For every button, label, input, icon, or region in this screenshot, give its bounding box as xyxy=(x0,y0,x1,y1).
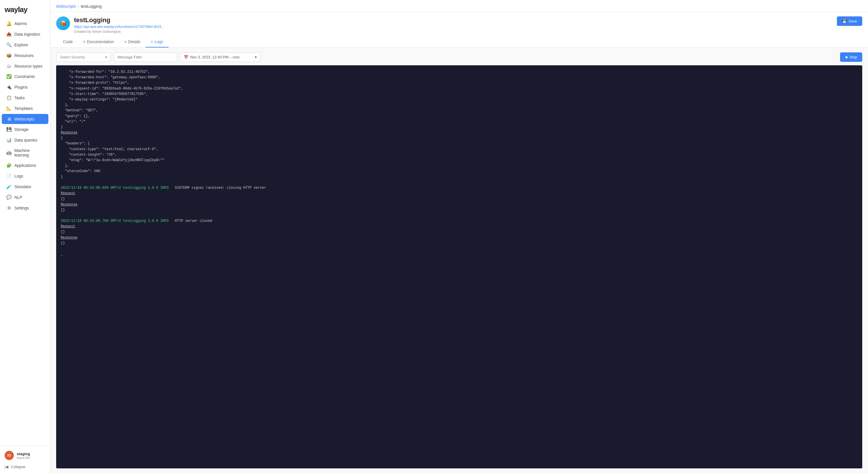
severity-select[interactable]: Select Severity ▾ xyxy=(56,53,111,62)
tab-label-documentation: Documentation xyxy=(87,39,114,44)
tab-logs[interactable]: ≡ Logs xyxy=(146,37,168,47)
log-line: "content-type": "text/html; charset=utf-… xyxy=(61,147,858,152)
sidebar-item-nlp[interactable]: 💬 NLP xyxy=(2,192,49,203)
webscript-icon: 📦 xyxy=(56,16,70,30)
sidebar-item-explore[interactable]: 🔍 Explore xyxy=(2,40,49,50)
log-line: "statusCode": 200 xyxy=(61,169,858,174)
page-header: 📦 testLogging https://api-aws-dev.waylay… xyxy=(51,12,868,48)
sidebar-item-logs[interactable]: 📄 Logs xyxy=(2,171,49,181)
date-dropdown-icon: ▾ xyxy=(255,55,257,59)
tabs-bar: Code ≡ Documentation ≡ Details ≡ Logs xyxy=(56,37,862,47)
log-line xyxy=(61,180,858,185)
sidebar-label-alarms: Alarms xyxy=(14,21,27,26)
log-line xyxy=(61,246,858,251)
log-line: "query": {}, xyxy=(61,114,858,119)
tab-code[interactable]: Code xyxy=(56,37,78,47)
sidebar-item-webscripts[interactable]: 🖥 Webscripts xyxy=(2,114,49,124)
constraints-icon: ✅ xyxy=(6,74,11,79)
breadcrumb-parent[interactable]: Webscripts xyxy=(56,4,76,9)
page-title: testLogging xyxy=(74,16,164,24)
collapse-icon: |◀ xyxy=(5,465,8,469)
data-ingestion-icon: 📥 xyxy=(6,32,11,37)
severity-dropdown-icon: ▾ xyxy=(105,55,107,59)
sidebar-item-templates[interactable]: 📐 Templates xyxy=(2,103,49,114)
log-line: {} xyxy=(61,207,858,213)
sidebar-item-data-ingestion[interactable]: 📥 Data ingestion xyxy=(2,29,49,39)
sidebar-label-plugins: Plugins xyxy=(14,85,28,90)
log-message: SIGTERM signal received: closing HTTP se… xyxy=(168,186,266,190)
sidebar-item-resources[interactable]: 📦 Resources xyxy=(2,50,49,61)
sidebar-item-tasks[interactable]: 📋 Tasks xyxy=(2,93,49,103)
log-section-label: Request xyxy=(61,225,75,229)
save-label: Save xyxy=(848,19,857,23)
save-button[interactable]: 💾 Save xyxy=(837,16,862,26)
log-line: }, xyxy=(61,163,858,169)
sidebar-label-constraints: Constraints xyxy=(14,74,35,79)
tab-icon-logs: ≡ xyxy=(151,40,153,44)
sidebar-label-nlp: NLP xyxy=(14,195,22,200)
sidebar-item-constraints[interactable]: ✅ Constraints xyxy=(2,71,49,82)
main-content: Webscripts › testLogging 📦 testLogging h… xyxy=(51,0,868,473)
log-terminal[interactable]: "x-forwarded-for": "10.2.92.211:40752", … xyxy=(56,65,862,468)
sidebar-nav: 🔔 Alarms 📥 Data ingestion 🔍 Explore 📦 Re… xyxy=(0,18,50,445)
sidebar-label-storage: Storage xyxy=(14,127,29,132)
sidebar-item-simulator[interactable]: 🧪 Simulator xyxy=(2,181,49,192)
sidebar-item-data-queries[interactable]: 📊 Data queries xyxy=(2,135,49,145)
log-line: "x-forwarded-host": "gateway.openfaas:80… xyxy=(61,75,858,80)
message-filter-input[interactable] xyxy=(114,53,177,62)
logs-icon: 📄 xyxy=(6,173,11,179)
resource-types-icon: 🗂 xyxy=(6,64,11,68)
sidebar-item-machine-learning[interactable]: 🤖 Machine learning xyxy=(2,145,49,160)
sidebar-label-templates: Templates xyxy=(14,106,33,111)
collapse-button[interactable]: |◀ Collapse xyxy=(0,462,50,471)
severity-label: Select Severity xyxy=(60,55,85,59)
log-line: "x-start-time": "1699547595677017595", xyxy=(61,92,858,97)
tab-documentation[interactable]: ≡ Documentation xyxy=(78,37,119,47)
sidebar-label-data-ingestion: Data ingestion xyxy=(14,32,40,37)
log-line: "etag": "W/\"1a-8xdn/WaWlefyj2mzHBFFiqqI… xyxy=(61,158,858,163)
sidebar-item-storage[interactable]: 💾 Storage xyxy=(2,124,49,135)
simulator-icon: 🧪 xyxy=(6,184,11,189)
log-line: "x-waylay-settings": "[Redacted]" xyxy=(61,97,858,102)
sidebar-label-tasks: Tasks xyxy=(14,96,25,100)
save-icon: 💾 xyxy=(842,19,847,23)
resources-icon: 📦 xyxy=(6,53,11,58)
log-section-label: Response xyxy=(61,203,78,207)
nlp-icon: 💬 xyxy=(6,195,11,200)
sidebar-item-resource-types[interactable]: 🗂 Resource types xyxy=(2,61,49,71)
log-timestamp: 2023/11/10 06:34:00.700 GMT+2 testLoggin… xyxy=(61,219,168,223)
stop-button[interactable]: ■ Stop xyxy=(840,53,862,62)
storage-icon: 💾 xyxy=(6,127,11,132)
log-line: {} xyxy=(61,196,858,202)
tab-details[interactable]: ≡ Details xyxy=(119,37,146,47)
page-url[interactable]: https://api-aws-dev.waylay.io/functions/… xyxy=(74,25,164,29)
sidebar-item-alarms[interactable]: 🔔 Alarms xyxy=(2,19,49,29)
log-line: 2023/11/10 06:34:00.700 GMT+2 testLoggin… xyxy=(61,218,858,224)
avatar: IO xyxy=(5,451,14,460)
breadcrumb-current: testLogging xyxy=(81,4,102,9)
log-line: "method": "GET", xyxy=(61,108,858,113)
log-line: } xyxy=(61,174,858,180)
log-message: HTTP server closed xyxy=(168,219,212,223)
header-info: testLogging https://api-aws-dev.waylay.i… xyxy=(74,16,164,34)
sidebar-item-plugins[interactable]: 🔌 Plugins xyxy=(2,82,49,92)
user-sub: Ioana Din xyxy=(17,456,30,460)
log-line: _ xyxy=(61,251,858,257)
sidebar-label-settings: Settings xyxy=(14,206,29,210)
log-line: Response xyxy=(61,130,858,136)
sidebar-label-resources: Resources xyxy=(14,53,34,58)
breadcrumb-separator: › xyxy=(78,4,79,9)
data-queries-icon: 📊 xyxy=(6,138,11,143)
log-line: {} xyxy=(61,240,858,246)
collapse-label: Collapse xyxy=(11,465,25,469)
log-line: 2023/11/10 06:34:00.699 GMT+2 testLoggin… xyxy=(61,185,858,191)
user-area[interactable]: IO staging Ioana Din xyxy=(0,448,50,462)
tab-label-details: Details xyxy=(128,39,141,44)
tab-label-code: Code xyxy=(63,39,72,44)
sidebar-item-settings[interactable]: ⚙ Settings xyxy=(2,203,49,213)
tasks-icon: 📋 xyxy=(6,95,11,100)
header-top: 📦 testLogging https://api-aws-dev.waylay… xyxy=(56,16,862,34)
sidebar-item-applications[interactable]: 🧩 Applications xyxy=(2,160,49,171)
date-filter[interactable]: 📅 Nov 3, 2023, 12:40 PM – now ▾ xyxy=(180,53,260,62)
log-section-label: Request xyxy=(61,191,75,195)
